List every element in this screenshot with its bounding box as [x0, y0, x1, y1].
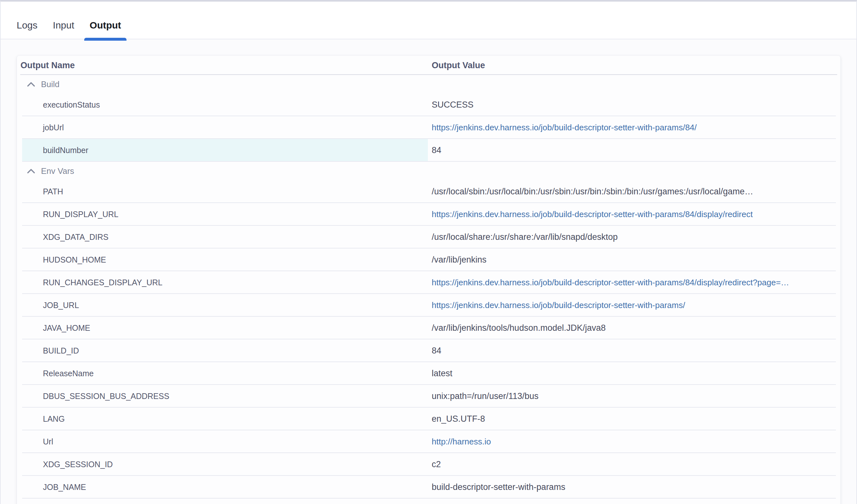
output-value: build-descriptor-setter-with-params	[432, 482, 833, 492]
table-row: RUN_DISPLAY_URL https://jenkins.dev.harn…	[17, 203, 840, 226]
output-name: DBUS_SESSION_BUS_ADDRESS	[17, 385, 428, 408]
group-label: Env Vars	[41, 166, 74, 176]
table-row: LANG en_US.UTF-8	[17, 408, 840, 430]
table-row: DBUS_SESSION_BUS_ADDRESS unix:path=/run/…	[17, 385, 840, 408]
table-row: executionStatus SUCCESS	[17, 94, 840, 116]
output-value: /usr/local/share:/usr/share:/var/lib/sna…	[432, 232, 833, 242]
table-row: Url http://harness.io	[17, 430, 840, 453]
tab-output[interactable]: Output	[90, 20, 121, 39]
column-header-output-name: Output Name	[17, 61, 428, 70]
output-value: SUCCESS	[432, 100, 833, 110]
page-content: Output Name Output Value Build execution…	[1, 39, 856, 504]
table-row: HUDSON_HOME /var/lib/jenkins	[17, 249, 840, 271]
table-row: XDG_DATA_DIRS /usr/local/share:/usr/shar…	[17, 226, 840, 249]
output-value: c2	[432, 459, 833, 469]
output-name: XDG_SESSION_ID	[17, 453, 428, 476]
table-header-row: Output Name Output Value	[17, 56, 840, 75]
output-name: executionStatus	[17, 94, 428, 116]
output-value-cell[interactable]: https://jenkins.dev.harness.io/job/build…	[428, 116, 840, 139]
output-name: JAVA_HOME	[17, 317, 428, 339]
output-value: 84	[432, 145, 833, 155]
active-tab-indicator	[84, 38, 127, 41]
output-name: Url	[17, 430, 428, 453]
output-value-cell: SUCCESS	[428, 94, 840, 116]
output-name: buildNumber	[17, 139, 428, 162]
output-value-cell: /usr/local/share:/usr/share:/var/lib/sna…	[428, 226, 840, 249]
output-value-cell[interactable]: https://jenkins.dev.harness.io/job/build…	[428, 203, 840, 226]
table-row: JOB_NAME build-descriptor-setter-with-pa…	[17, 476, 840, 499]
output-value-cell: c2	[428, 453, 840, 476]
output-name: XDG_DATA_DIRS	[17, 226, 428, 249]
output-value: /usr/local/sbin:/usr/local/bin:/usr/sbin…	[432, 187, 833, 197]
output-value-cell: /var/lib/jenkins/tools/hudson.model.JDK/…	[428, 317, 840, 339]
output-value-cell: /usr/local/sbin:/usr/local/bin:/usr/sbin…	[428, 180, 840, 203]
chevron-up-icon[interactable]	[27, 169, 35, 173]
table-row: buildNumber 84	[17, 139, 840, 162]
table-row: RUN_CHANGES_DISPLAY_URL https://jenkins.…	[17, 271, 840, 294]
output-value-cell: latest	[428, 362, 840, 385]
output-value[interactable]: https://jenkins.dev.harness.io/job/build…	[432, 300, 833, 310]
group-label: Build	[41, 80, 60, 89]
output-name: RUN_DISPLAY_URL	[17, 203, 428, 226]
output-name: LANG	[17, 408, 428, 430]
output-value-cell: 84	[428, 339, 840, 362]
table-row: BUILD_ID 84	[17, 339, 840, 362]
output-name: HUDSON_HOME	[17, 249, 428, 271]
output-name: JOB_NAME	[17, 476, 428, 499]
group-header-row[interactable]: Build	[17, 75, 840, 94]
output-value-cell: 84	[428, 139, 840, 162]
output-value-cell: en_US.UTF-8	[428, 408, 840, 430]
output-value[interactable]: https://jenkins.dev.harness.io/job/build…	[432, 278, 833, 288]
output-value: latest	[432, 369, 833, 379]
table-row: ReleaseName latest	[17, 362, 840, 385]
tab-input[interactable]: Input	[53, 20, 74, 39]
output-value: en_US.UTF-8	[432, 414, 833, 424]
output-value-cell: /var/lib/jenkins	[428, 249, 840, 271]
table-row: PATH /usr/local/sbin:/usr/local/bin:/usr…	[17, 180, 840, 203]
tab-logs[interactable]: Logs	[17, 20, 37, 39]
output-value: 84	[432, 346, 833, 356]
output-value[interactable]: http://harness.io	[432, 437, 833, 447]
column-header-output-value: Output Value	[428, 61, 840, 70]
tab-logs-label: Logs	[17, 20, 37, 30]
table-row: JOB_URL https://jenkins.dev.harness.io/j…	[17, 294, 840, 317]
output-value-cell[interactable]: http://harness.io	[428, 430, 840, 453]
output-value[interactable]: https://jenkins.dev.harness.io/job/build…	[432, 123, 833, 133]
table-row: XDG_SESSION_ID c2	[17, 453, 840, 476]
output-name: jobUrl	[17, 116, 428, 139]
output-name: ReleaseName	[17, 362, 428, 385]
table-row: JAVA_HOME /var/lib/jenkins/tools/hudson.…	[17, 317, 840, 339]
output-value: unix:path=/run/user/113/bus	[432, 391, 833, 401]
table-body: Build executionStatus SUCCESS jobUrl htt…	[17, 75, 840, 499]
tab-output-label: Output	[90, 20, 121, 30]
output-name: BUILD_ID	[17, 339, 428, 362]
chevron-up-icon[interactable]	[27, 82, 35, 87]
output-value-cell: unix:path=/run/user/113/bus	[428, 385, 840, 408]
output-value: /var/lib/jenkins/tools/hudson.model.JDK/…	[432, 323, 833, 333]
tab-input-label: Input	[53, 20, 74, 30]
output-name: JOB_URL	[17, 294, 428, 317]
output-value-cell: build-descriptor-setter-with-params	[428, 476, 840, 499]
output-name: PATH	[17, 180, 428, 203]
group-header-row[interactable]: Env Vars	[17, 162, 840, 180]
output-value: /var/lib/jenkins	[432, 255, 833, 265]
output-name: RUN_CHANGES_DISPLAY_URL	[17, 271, 428, 294]
output-value-cell[interactable]: https://jenkins.dev.harness.io/job/build…	[428, 271, 840, 294]
output-value-cell[interactable]: https://jenkins.dev.harness.io/job/build…	[428, 294, 840, 317]
output-table-card: Output Name Output Value Build execution…	[17, 55, 841, 504]
table-row: jobUrl https://jenkins.dev.harness.io/jo…	[17, 116, 840, 139]
tab-bar: Logs Input Output	[1, 2, 856, 39]
output-value[interactable]: https://jenkins.dev.harness.io/job/build…	[432, 209, 833, 219]
